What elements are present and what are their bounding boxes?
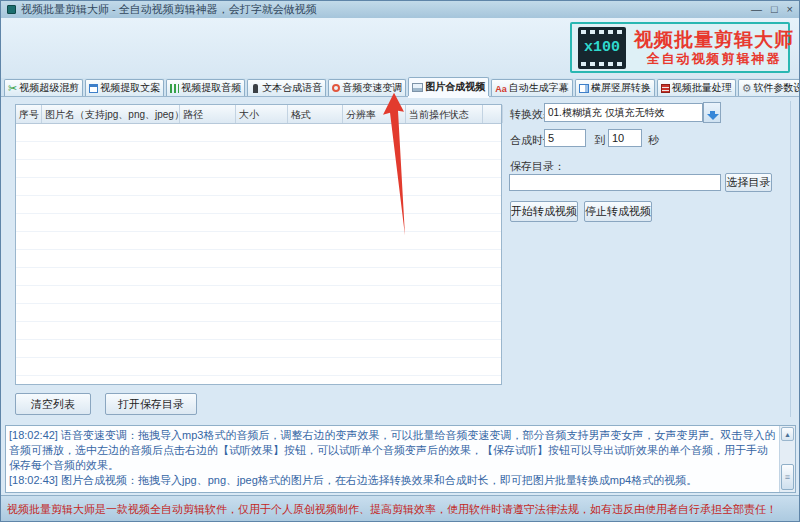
- log-line: [18:02:43] 图片合成视频：拖拽导入jpg、png、jpeg格式的图片后…: [9, 473, 776, 488]
- maximize-button[interactable]: □: [771, 2, 778, 17]
- tab-自动生成字幕[interactable]: 自动生成字幕: [491, 79, 573, 96]
- film-strip-icon: x100: [578, 27, 626, 69]
- app-icon: [7, 5, 16, 14]
- logo-subtitle: 全自动视频剪辑神器: [634, 51, 794, 66]
- tab-视频超级混剪[interactable]: 视频超级混剪: [4, 79, 83, 96]
- tab-视频提取音频[interactable]: 视频提取音频: [166, 79, 245, 96]
- choose-dir-button[interactable]: 选择目录: [725, 173, 772, 192]
- column-header[interactable]: 大小: [236, 105, 288, 123]
- tab-label: 横屏竖屏转换: [591, 81, 651, 95]
- tab-软件参数设置[interactable]: 软件参数设置: [738, 79, 800, 96]
- x100-badge: x100: [580, 40, 624, 56]
- scroll-up-icon[interactable]: ▲: [781, 427, 794, 441]
- logo-title: 视频批量剪辑大师: [634, 29, 794, 51]
- tab-label: 视频提取音频: [181, 81, 241, 95]
- close-button[interactable]: ×: [787, 2, 793, 17]
- batch-video-icon: [661, 84, 670, 93]
- tab-横屏竖屏转换[interactable]: 横屏竖屏转换: [575, 79, 655, 96]
- tab-音频变速变调[interactable]: 音频变速变调: [328, 79, 406, 96]
- tab-视频批量处理[interactable]: 视频批量处理: [657, 79, 736, 96]
- status-bar: 视频批量剪辑大师是一款视频全自动剪辑软件，仅用于个人原创视频制作、提高剪辑效率，…: [1, 495, 799, 522]
- column-header[interactable]: [483, 105, 503, 123]
- gear-icon: [742, 83, 752, 94]
- column-header[interactable]: 序号: [16, 105, 42, 123]
- microphone-icon: [253, 84, 258, 93]
- column-header[interactable]: 分辨率: [343, 105, 406, 123]
- speed-dial-icon: [332, 84, 340, 92]
- column-header[interactable]: 图片名（支持jpg、png、jpeg）: [42, 105, 180, 123]
- save-dir-label: 保存目录：: [510, 159, 565, 174]
- tab-label: 视频批量处理: [672, 81, 732, 95]
- tab-label: 文本合成语音: [262, 81, 322, 95]
- open-save-dir-button[interactable]: 打开保存目录: [105, 393, 197, 415]
- clear-list-button[interactable]: 清空列表: [15, 393, 91, 415]
- table-body-dropzone[interactable]: [16, 124, 501, 384]
- tab-label: 视频提取文案: [100, 81, 160, 95]
- disclaimer-text: 视频批量剪辑大师是一款视频全自动剪辑软件，仅用于个人原创视频制作、提高剪辑效率，…: [7, 502, 777, 517]
- app-logo: x100 视频批量剪辑大师 全自动视频剪辑神器: [570, 22, 790, 73]
- tab-label: 软件参数设置: [754, 81, 800, 95]
- save-dir-input[interactable]: [509, 174, 721, 191]
- start-convert-button[interactable]: 开始转成视频: [510, 201, 578, 222]
- dropdown-arrow-icon: [710, 111, 715, 115]
- app-window: 视频批量剪辑大师 - 全自动视频剪辑神器，会打字就会做视频 — □ × x100…: [0, 0, 800, 522]
- stop-convert-button[interactable]: 停止转成视频: [584, 201, 652, 222]
- scrollbar-thumb[interactable]: ≡: [781, 464, 794, 490]
- tab-视频提取文案[interactable]: 视频提取文案: [85, 79, 164, 96]
- duration-from-input[interactable]: [544, 129, 586, 147]
- duration-to-word: 到: [594, 133, 605, 148]
- window-controls: — □ ×: [751, 2, 793, 17]
- tab-bar: 视频超级混剪视频提取文案视频提取音频文本合成语音音频变速变调图片合成视频自动生成…: [1, 78, 799, 97]
- log-text: [18:02:42] 语音变速变调：拖拽导入mp3格式的音频后，调整右边的变声效…: [9, 428, 776, 488]
- subtitle-icon: [495, 83, 507, 94]
- screen-rotate-icon: [579, 84, 589, 93]
- effect-dropdown-button[interactable]: [703, 102, 721, 123]
- column-header[interactable]: 当前操作状态: [406, 105, 483, 123]
- image-icon: [412, 83, 423, 92]
- table-header-row: 序号图片名（支持jpg、png、jpeg）路径大小格式分辨率当前操作状态: [16, 105, 501, 124]
- document-icon: [89, 84, 98, 93]
- log-pane: [18:02:42] 语音变速变调：拖拽导入mp3格式的音频后，调整右边的变声效…: [5, 425, 796, 493]
- column-header[interactable]: 路径: [180, 105, 236, 123]
- image-table: 序号图片名（支持jpg、png、jpeg）路径大小格式分辨率当前操作状态: [15, 104, 502, 385]
- title-bar: 视频批量剪辑大师 - 全自动视频剪辑神器，会打字就会做视频 — □ ×: [1, 1, 799, 18]
- effect-select[interactable]: 01.模糊填充 仅填充无特效: [544, 103, 703, 122]
- column-header[interactable]: 格式: [288, 105, 343, 123]
- tab-图片合成视频[interactable]: 图片合成视频: [408, 77, 489, 96]
- tab-label: 视频超级混剪: [19, 81, 79, 95]
- log-scrollbar[interactable]: ▲ ≡: [779, 426, 795, 492]
- audio-bars-icon: [170, 84, 179, 93]
- tab-label: 音频变速变调: [342, 81, 402, 95]
- main-content: 序号图片名（支持jpg、png、jpeg）路径大小格式分辨率当前操作状态 清空列…: [1, 97, 799, 425]
- window-title: 视频批量剪辑大师 - 全自动视频剪辑神器，会打字就会做视频: [21, 2, 317, 17]
- tab-文本合成语音[interactable]: 文本合成语音: [247, 79, 326, 96]
- panel-divider: [790, 101, 791, 417]
- tab-label: 图片合成视频: [425, 80, 485, 94]
- tab-label: 自动生成字幕: [509, 81, 569, 95]
- duration-unit-label: 秒: [648, 133, 659, 148]
- scissors-icon: [8, 83, 17, 94]
- header-banner: x100 视频批量剪辑大师 全自动视频剪辑神器: [1, 18, 799, 78]
- minimize-button[interactable]: —: [751, 2, 762, 17]
- settings-panel: 转换效果： 01.模糊填充 仅填充无特效 合成时长： 到 秒 保存目录： 选择目…: [506, 97, 790, 425]
- log-line: [18:02:42] 语音变速变调：拖拽导入mp3格式的音频后，调整右边的变声效…: [9, 428, 776, 473]
- duration-to-input[interactable]: [608, 129, 642, 147]
